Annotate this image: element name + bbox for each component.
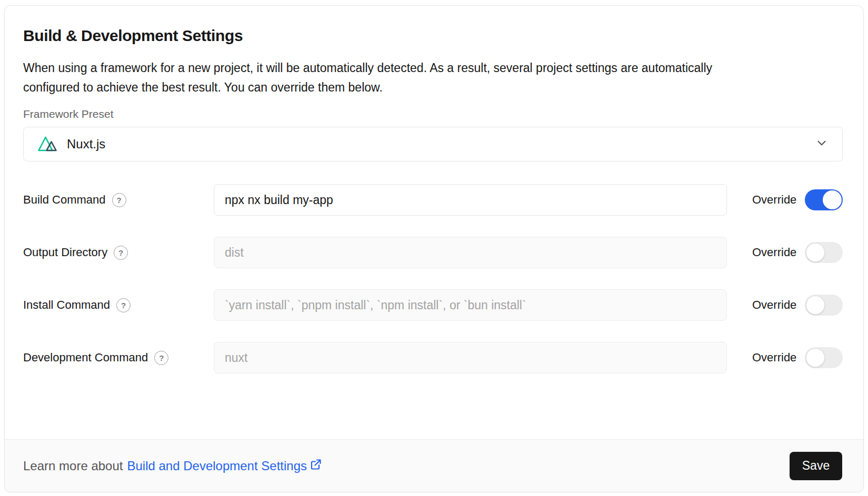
toggle-knob <box>806 296 825 315</box>
development-command-label: Development Command <box>23 351 148 365</box>
development-command-row: Development Command ? Override <box>23 342 842 373</box>
override-label: Override <box>752 298 796 312</box>
install-command-override-toggle[interactable] <box>805 295 843 316</box>
development-command-override-toggle[interactable] <box>805 347 843 368</box>
help-icon[interactable]: ? <box>112 193 126 207</box>
save-button[interactable]: Save <box>790 452 842 480</box>
install-command-label: Install Command <box>23 298 110 312</box>
output-directory-label: Output Directory <box>23 246 107 259</box>
framework-preset-value: Nuxt.js <box>67 137 815 151</box>
settings-description: When using a framework for a new project… <box>23 58 760 97</box>
override-label: Override <box>752 193 796 207</box>
external-link-icon <box>310 458 322 474</box>
install-command-input[interactable] <box>214 289 727 321</box>
build-dev-settings-docs-link[interactable]: Build and Development Settings <box>127 458 322 474</box>
build-command-override-toggle[interactable] <box>805 189 843 210</box>
help-icon[interactable]: ? <box>114 246 128 260</box>
override-label: Override <box>752 246 796 259</box>
card-body: Build & Development Settings When using … <box>5 6 863 439</box>
toggle-knob <box>823 190 842 209</box>
output-directory-row: Output Directory ? Override <box>23 237 842 268</box>
override-label: Override <box>752 351 796 365</box>
output-directory-input[interactable] <box>214 237 727 268</box>
framework-preset-label: Framework Preset <box>23 108 842 120</box>
build-command-row: Build Command ? Override <box>23 184 842 216</box>
chevron-down-icon <box>815 136 829 152</box>
nuxt-logo-icon <box>37 136 59 153</box>
help-icon[interactable]: ? <box>116 298 131 312</box>
build-dev-settings-card: Build & Development Settings When using … <box>4 5 864 492</box>
learn-more-text: Learn more about Build and Development S… <box>23 458 322 474</box>
settings-rows: Build Command ? Override Output Director… <box>23 184 842 373</box>
page-title: Build & Development Settings <box>23 27 842 45</box>
framework-preset-select[interactable]: Nuxt.js <box>23 127 843 161</box>
build-command-label: Build Command <box>23 193 106 207</box>
toggle-knob <box>806 348 825 367</box>
install-command-row: Install Command ? Override <box>23 289 842 321</box>
build-command-input[interactable] <box>214 184 727 216</box>
card-footer: Learn more about Build and Development S… <box>5 439 863 492</box>
learn-more-prefix: Learn more about <box>23 459 123 473</box>
output-directory-override-toggle[interactable] <box>805 242 843 263</box>
development-command-input[interactable] <box>214 342 727 373</box>
help-icon[interactable]: ? <box>154 351 168 365</box>
toggle-knob <box>806 243 825 262</box>
